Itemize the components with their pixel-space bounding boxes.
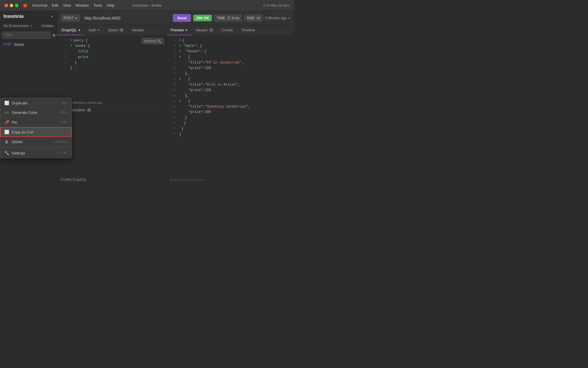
code-area: schema 🔧 1 ▼ query { 2 ▼ books {	[57, 36, 166, 184]
response-filter-bar: $.store.books[*].author	[167, 175, 294, 184]
ctx-divider	[0, 147, 71, 147]
window-title: Insomnia – books	[132, 3, 162, 7]
help-icon[interactable]: ?	[87, 108, 91, 112]
sidebar-filter: ⊕ ▼	[0, 30, 57, 41]
titlebar-left: 🍎 Insomnia Edit View Window Tools Help	[5, 3, 114, 7]
resp-line-10: 10 "price": 200	[167, 88, 294, 93]
code-line-3: 3 title	[57, 49, 166, 54]
time-value: 27.3 ms	[227, 16, 239, 20]
app-menu-edit[interactable]: Edit	[52, 3, 58, 7]
ctx-duplicate-label: Duplicate	[12, 101, 27, 105]
apple-menu[interactable]: 🍎	[23, 3, 28, 7]
ctx-settings-label: Settings	[12, 151, 25, 155]
code-line-5: 5 }	[57, 60, 166, 66]
cookies-label[interactable]: Cookies	[41, 24, 54, 28]
resp-line-8: 8 ▼ {	[167, 76, 294, 82]
sidebar-title: Insomnia	[3, 14, 24, 19]
ctx-generate-label: Generate Code	[12, 110, 37, 115]
duplicate-icon: ⬜	[4, 101, 9, 105]
arrow-icon: ▼	[179, 99, 181, 104]
content-area: GraphQL ▼ Auth ▼ Query 1 Header schema 🔧…	[57, 25, 294, 184]
env-label[interactable]: No Environment	[3, 24, 28, 28]
time-ago: 3 Minutes Ago ▼	[265, 16, 291, 20]
resp-line-2: 2 ▼ "data": {	[167, 43, 294, 49]
sidebar-dropdown-icon[interactable]: ▼	[51, 15, 54, 18]
arrow-icon: ▼	[179, 76, 181, 82]
request-panel: GraphQL ▼ Auth ▼ Query 1 Header schema 🔧…	[57, 25, 167, 184]
ctx-generate-shortcut: ⇧⌘G	[59, 111, 67, 114]
resp-line-11: 11 },	[167, 93, 294, 99]
ctx-generate-code[interactable]: </> Generate Code ⇧⌘G	[0, 108, 71, 117]
tab-header-resp[interactable]: Header 7	[192, 25, 217, 35]
ctx-duplicate[interactable]: ⬜ Duplicate ⌘D	[0, 98, 71, 108]
app-menu-help[interactable]: Help	[107, 3, 115, 7]
vars-editor[interactable]: 1	[57, 114, 166, 175]
send-button[interactable]: Send	[173, 14, 191, 22]
app-menu-tools[interactable]: Tools	[93, 3, 102, 7]
ctx-pin[interactable]: 📌 Pin ⇧⌘P	[0, 117, 71, 127]
app-menu-window[interactable]: Window	[76, 3, 89, 7]
resp-line-13: 13 "title": "Speaking JavaScript",	[167, 104, 294, 110]
prettify-bar[interactable]: Prettify GraphQL	[57, 175, 166, 184]
tab-cookie[interactable]: Cookie	[217, 25, 237, 35]
tab-query[interactable]: Query 1	[104, 25, 128, 35]
code-line-2: 2 ▼ books {	[57, 43, 166, 49]
resp-line-1: 1 ▼ {	[167, 38, 294, 43]
size-value: 14	[256, 16, 260, 20]
filter-input[interactable]	[2, 32, 51, 39]
tab-preview[interactable]: Preview ▼	[167, 25, 192, 35]
ctx-settings[interactable]: 🔧 Settings ⌥⇧⌘,	[0, 148, 71, 158]
time-ago-label: 3 Minutes Ago	[265, 16, 287, 20]
app-menu-insomnia[interactable]: Insomnia	[32, 3, 47, 7]
code-editor[interactable]: schema 🔧 1 ▼ query { 2 ▼ books {	[57, 36, 166, 99]
resp-line-3: 3 ▼ "books": [	[167, 49, 294, 54]
copy-icon: ⬜	[4, 130, 9, 134]
tab-timeline[interactable]: Timeline	[237, 25, 259, 35]
ctx-pin-shortcut: ⇧⌘P	[60, 120, 67, 124]
pin-icon: 📌	[4, 120, 9, 124]
minimize-button[interactable]	[10, 4, 13, 7]
resp-line-5: 5 "title": "FP in JavaScript",	[167, 60, 294, 66]
status-badge: 200 OK	[193, 15, 212, 21]
maximize-button[interactable]	[15, 4, 18, 7]
sidebar-env: No Environment ▼ Cookies	[0, 22, 57, 30]
size-label: SIZE	[247, 16, 254, 20]
tab-auth[interactable]: Auth ▼	[84, 25, 104, 35]
code-icon: </>	[4, 111, 9, 114]
code-line-4: 4 price	[57, 55, 166, 60]
arrow-icon: ▼	[70, 38, 72, 43]
time-ago-dropdown[interactable]: ▼	[288, 17, 291, 20]
mac-menu: 🍎 Insomnia Edit View Window Tools Help	[23, 3, 114, 7]
titlebar: 🍎 Insomnia Edit View Window Tools Help I…	[0, 0, 294, 11]
resp-line-16: 16 ]	[167, 121, 294, 126]
settings-icon: 🔧	[4, 151, 9, 155]
resp-line-12: 12 ▼ {	[167, 99, 294, 104]
ctx-copy-as-curl[interactable]: ⬜ Copy as Curl	[0, 127, 71, 137]
context-menu: ⬜ Duplicate ⌘D </> Generate Code ⇧⌘G 📌 P…	[0, 98, 72, 158]
size-badge: SIZE 14	[244, 15, 263, 22]
sidebar-item-books[interactable]: POST books	[0, 41, 57, 48]
request-name: books	[14, 42, 24, 47]
url-input[interactable]	[82, 15, 170, 22]
tab-graphql[interactable]: GraphQL ▼	[57, 25, 84, 35]
schema-bar: schema fetched a minute ago	[57, 99, 166, 106]
code-line-6: 6 }	[57, 66, 166, 71]
method-label: POST	[63, 16, 74, 20]
main-panel: POST ▼ Send 200 OK TIME 27.3 ms SIZE 14 …	[57, 11, 294, 184]
tab-header[interactable]: Header	[128, 25, 148, 35]
toolbar: POST ▼ Send 200 OK TIME 27.3 ms SIZE 14 …	[57, 11, 294, 25]
resp-line-7: 7 },	[167, 71, 294, 76]
close-button[interactable]	[5, 4, 8, 7]
method-badge: POST	[3, 43, 13, 46]
titlebar-stats: 6.10 MB/s 88 KB/s	[263, 4, 289, 7]
app-menu-view[interactable]: View	[63, 3, 71, 7]
sidebar-header: Insomnia ▼	[0, 11, 57, 22]
schema-button[interactable]: schema 🔧	[142, 38, 164, 44]
resp-line-4: 4 ▼ {	[167, 55, 294, 60]
arrow-icon: ▼	[179, 43, 181, 49]
method-dropdown-icon: ▼	[75, 17, 77, 20]
resp-line-14: 14 "price": 300	[167, 110, 294, 115]
ctx-delete[interactable]: 🗑 Delete ⇧⌘Delete	[0, 137, 71, 147]
method-selector[interactable]: POST ▼	[61, 14, 80, 22]
ctx-duplicate-shortcut: ⌘D	[62, 101, 67, 105]
